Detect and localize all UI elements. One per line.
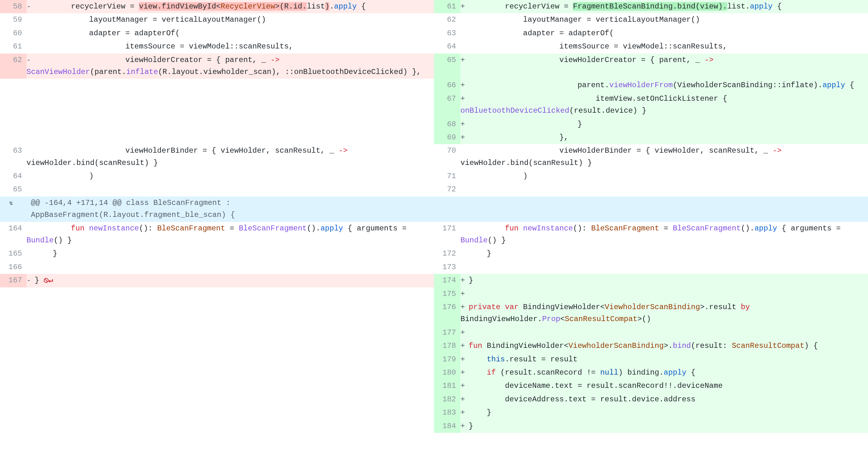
line-number-left[interactable]: 61 bbox=[0, 40, 27, 53]
code-right[interactable]: itemsSource = viewModel::scanResults, bbox=[461, 40, 868, 53]
line-number-right[interactable]: 71 bbox=[434, 170, 461, 183]
hunk-header: @@ -164,4 +171,14 @@ class BleScanFragme… bbox=[27, 196, 434, 222]
line-number-right[interactable]: 173 bbox=[434, 261, 461, 274]
line-number-right[interactable]: 67 bbox=[434, 92, 461, 118]
code-left[interactable]: ) bbox=[27, 170, 434, 183]
code-left[interactable]: } bbox=[27, 247, 434, 260]
diff-row: 63 viewHolderBinder = { viewHolder, scan… bbox=[0, 144, 868, 170]
line-number-right[interactable]: 70 bbox=[434, 144, 461, 170]
line-number-left bbox=[0, 420, 27, 433]
line-number-right[interactable]: 182 bbox=[434, 393, 461, 406]
diff-row: 176 +private var BindingViewHolder<Viewh… bbox=[0, 301, 868, 326]
code-left[interactable] bbox=[27, 261, 434, 274]
line-number-left bbox=[0, 353, 27, 366]
line-number-right[interactable]: 184 bbox=[434, 420, 461, 433]
no-newline-icon: ⦸↵ bbox=[44, 276, 53, 285]
diff-view: 58 - recyclerView = view.findViewById<Re… bbox=[0, 0, 868, 433]
line-number-left[interactable]: 58 bbox=[0, 0, 27, 13]
code-right[interactable]: +fun BindingViewHolder<ViewholderScanBin… bbox=[461, 339, 868, 353]
code-right[interactable]: adapter = adapterOf( bbox=[461, 27, 868, 40]
code-right[interactable]: viewHolderBinder = { viewHolder, scanRes… bbox=[461, 144, 868, 170]
code-left bbox=[27, 326, 434, 339]
line-number-right[interactable]: 61 bbox=[434, 0, 461, 13]
code-left[interactable]: viewHolderBinder = { viewHolder, scanRes… bbox=[27, 144, 434, 170]
code-right[interactable]: +} bbox=[461, 274, 868, 287]
diff-row: 164 fun newInstance(): BleScanFragment =… bbox=[0, 222, 868, 247]
code-right[interactable]: + bbox=[461, 288, 868, 301]
line-number-left bbox=[0, 379, 27, 393]
line-number-left[interactable]: 60 bbox=[0, 27, 27, 40]
code-right[interactable]: + deviceName.text = result.scanRecord!!.… bbox=[461, 379, 868, 393]
line-number-right[interactable]: 62 bbox=[434, 13, 461, 27]
code-right[interactable] bbox=[461, 261, 868, 274]
line-number-right[interactable]: 183 bbox=[434, 406, 461, 419]
code-right[interactable]: + }, bbox=[461, 131, 868, 144]
line-number-left[interactable]: 63 bbox=[0, 144, 27, 170]
line-number-right[interactable]: 72 bbox=[434, 183, 461, 196]
code-right[interactable]: + this.result = result bbox=[461, 353, 868, 366]
line-number-left[interactable]: 59 bbox=[0, 13, 27, 27]
code-right[interactable]: + } bbox=[461, 406, 868, 419]
line-number-left[interactable]: 164 bbox=[0, 222, 27, 247]
code-right[interactable]: layoutManager = verticalLayoutManager() bbox=[461, 13, 868, 27]
code-left[interactable]: - recyclerView = view.findViewById<Recyc… bbox=[27, 0, 434, 13]
code-left[interactable]: - viewHolderCreator = { parent, _ -> Sca… bbox=[27, 54, 434, 79]
code-left bbox=[27, 301, 434, 326]
diff-row: 165 } 172 } bbox=[0, 247, 868, 260]
code-right[interactable] bbox=[461, 183, 868, 196]
code-right[interactable]: ) bbox=[461, 170, 868, 183]
line-number-left[interactable]: 62 bbox=[0, 54, 27, 79]
line-number-right[interactable]: 65 bbox=[434, 54, 461, 79]
code-right[interactable]: + viewHolderCreator = { parent, _ -> bbox=[461, 54, 868, 79]
line-number-left bbox=[0, 92, 27, 118]
line-number-right[interactable]: 174 bbox=[434, 274, 461, 287]
code-right[interactable]: + deviceAddress.text = result.device.add… bbox=[461, 393, 868, 406]
diff-row: 61 itemsSource = viewModel::scanResults,… bbox=[0, 40, 868, 53]
code-right[interactable]: +} bbox=[461, 420, 868, 433]
line-number-right[interactable]: 179 bbox=[434, 353, 461, 366]
line-number-left[interactable]: 165 bbox=[0, 247, 27, 260]
code-left[interactable]: -} ⦸↵ bbox=[27, 274, 434, 287]
line-number-right[interactable]: 171 bbox=[434, 222, 461, 247]
diff-row: 69 + }, bbox=[0, 131, 868, 144]
code-right[interactable]: + } bbox=[461, 118, 868, 131]
line-number-right[interactable]: 69 bbox=[434, 131, 461, 144]
code-right[interactable]: + bbox=[461, 326, 868, 339]
diff-row: 166 173 bbox=[0, 261, 868, 274]
code-left[interactable]: adapter = adapterOf( bbox=[27, 27, 434, 40]
code-right[interactable]: fun newInstance(): BleScanFragment = Ble… bbox=[461, 222, 868, 247]
diff-row: 68 + } bbox=[0, 118, 868, 131]
code-left[interactable] bbox=[27, 183, 434, 196]
line-number-right[interactable]: 175 bbox=[434, 288, 461, 301]
line-number-left[interactable]: 65 bbox=[0, 183, 27, 196]
code-left[interactable]: layoutManager = verticalLayoutManager() bbox=[27, 13, 434, 27]
line-number-right[interactable]: 66 bbox=[434, 79, 461, 92]
code-right[interactable]: +private var BindingViewHolder<Viewholde… bbox=[461, 301, 868, 326]
line-number-left bbox=[0, 79, 27, 92]
line-number-left[interactable]: 166 bbox=[0, 261, 27, 274]
code-left bbox=[27, 353, 434, 366]
line-number-left bbox=[0, 366, 27, 379]
line-number-right[interactable]: 64 bbox=[434, 40, 461, 53]
code-right[interactable]: + if (result.scanRecord != null) binding… bbox=[461, 366, 868, 379]
code-left[interactable]: fun newInstance(): BleScanFragment = Ble… bbox=[27, 222, 434, 247]
code-right[interactable]: + parent.viewHolderFrom(ViewholderScanBi… bbox=[461, 79, 868, 92]
line-number-right[interactable]: 178 bbox=[434, 339, 461, 353]
expand-icon: ⇅ bbox=[0, 198, 22, 208]
line-number-right[interactable]: 181 bbox=[434, 379, 461, 393]
line-number-right[interactable]: 68 bbox=[434, 118, 461, 131]
expand-hunk-button[interactable]: ⇅ bbox=[0, 196, 27, 222]
code-left[interactable]: itemsSource = viewModel::scanResults, bbox=[27, 40, 434, 53]
line-number-right[interactable]: 177 bbox=[434, 326, 461, 339]
line-number-right[interactable]: 172 bbox=[434, 247, 461, 260]
line-number-right[interactable]: 63 bbox=[434, 27, 461, 40]
code-right[interactable]: + itemView.setOnClickListener { onBlueto… bbox=[461, 92, 868, 118]
line-number-right[interactable]: 176 bbox=[434, 301, 461, 326]
line-number-right[interactable]: 180 bbox=[434, 366, 461, 379]
code-right[interactable]: } bbox=[461, 247, 868, 260]
line-number-left[interactable]: 64 bbox=[0, 170, 27, 183]
line-number-left bbox=[0, 288, 27, 301]
code-right[interactable]: + recyclerView = FragmentBleScanBinding.… bbox=[461, 0, 868, 13]
diff-row: 167 -} ⦸↵ 174 +} bbox=[0, 274, 868, 287]
line-number-left[interactable]: 167 bbox=[0, 274, 27, 287]
